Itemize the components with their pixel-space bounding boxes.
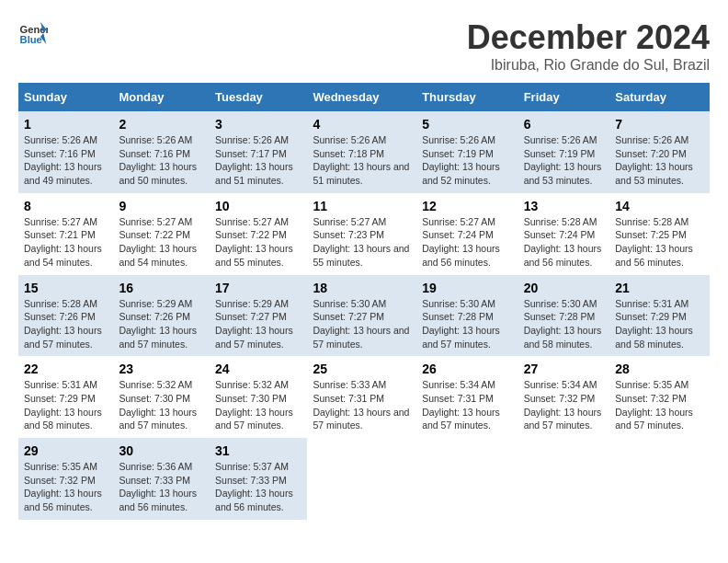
logo-icon: General Blue: [18, 18, 48, 48]
calendar-cell: 2Sunrise: 5:26 AM Sunset: 7:16 PM Daylig…: [113, 111, 210, 193]
day-number: 11: [313, 199, 411, 213]
calendar-cell: [416, 438, 518, 520]
calendar-cell: 31Sunrise: 5:37 AM Sunset: 7:33 PM Dayli…: [210, 438, 307, 520]
calendar-cell: 28Sunrise: 5:35 AM Sunset: 7:32 PM Dayli…: [609, 356, 710, 438]
calendar-cell: 26Sunrise: 5:34 AM Sunset: 7:31 PM Dayli…: [416, 356, 518, 438]
day-number: 20: [524, 281, 605, 295]
day-number: 26: [422, 362, 512, 376]
header-monday: Monday: [113, 83, 210, 111]
day-info: Sunrise: 5:27 AM Sunset: 7:22 PM Dayligh…: [215, 215, 301, 270]
day-info: Sunrise: 5:26 AM Sunset: 7:19 PM Dayligh…: [422, 133, 512, 188]
day-number: 13: [524, 199, 605, 213]
calendar-week-3: 15Sunrise: 5:28 AM Sunset: 7:26 PM Dayli…: [18, 275, 710, 357]
header-tuesday: Tuesday: [210, 83, 307, 111]
day-info: Sunrise: 5:26 AM Sunset: 7:16 PM Dayligh…: [24, 133, 108, 188]
day-info: Sunrise: 5:35 AM Sunset: 7:32 PM Dayligh…: [24, 460, 108, 514]
day-info: Sunrise: 5:37 AM Sunset: 7:33 PM Dayligh…: [215, 460, 301, 514]
calendar-week-5: 29Sunrise: 5:35 AM Sunset: 7:32 PM Dayli…: [18, 438, 710, 520]
calendar-cell: [307, 438, 416, 520]
calendar-cell: 12Sunrise: 5:27 AM Sunset: 7:24 PM Dayli…: [416, 193, 518, 275]
calendar-cell: 1Sunrise: 5:26 AM Sunset: 7:16 PM Daylig…: [18, 111, 113, 193]
day-number: 22: [24, 362, 108, 376]
day-info: Sunrise: 5:27 AM Sunset: 7:24 PM Dayligh…: [422, 215, 512, 270]
day-info: Sunrise: 5:32 AM Sunset: 7:30 PM Dayligh…: [119, 378, 204, 432]
calendar-table: SundayMondayTuesdayWednesdayThursdayFrid…: [18, 83, 710, 520]
day-number: 12: [422, 199, 512, 213]
day-number: 1: [24, 117, 108, 132]
calendar-cell: 21Sunrise: 5:31 AM Sunset: 7:29 PM Dayli…: [609, 275, 710, 357]
calendar-cell: 7Sunrise: 5:26 AM Sunset: 7:20 PM Daylig…: [609, 111, 710, 193]
subtitle: Ibiruba, Rio Grande do Sul, Brazil: [467, 57, 710, 74]
day-info: Sunrise: 5:27 AM Sunset: 7:21 PM Dayligh…: [24, 215, 108, 270]
logo: General Blue: [18, 18, 48, 48]
day-number: 5: [422, 117, 512, 132]
day-number: 3: [215, 117, 301, 132]
calendar-cell: 13Sunrise: 5:28 AM Sunset: 7:24 PM Dayli…: [518, 193, 610, 275]
day-info: Sunrise: 5:30 AM Sunset: 7:27 PM Dayligh…: [313, 297, 411, 351]
day-number: 28: [615, 362, 704, 376]
header-saturday: Saturday: [609, 83, 710, 111]
day-info: Sunrise: 5:28 AM Sunset: 7:25 PM Dayligh…: [615, 215, 704, 270]
calendar-cell: 25Sunrise: 5:33 AM Sunset: 7:31 PM Dayli…: [307, 356, 416, 438]
calendar-cell: 5Sunrise: 5:26 AM Sunset: 7:19 PM Daylig…: [416, 111, 518, 193]
day-number: 19: [422, 281, 512, 295]
header-sunday: Sunday: [18, 83, 113, 111]
day-info: Sunrise: 5:33 AM Sunset: 7:31 PM Dayligh…: [313, 378, 411, 432]
day-number: 4: [313, 117, 411, 132]
calendar-cell: [609, 438, 710, 520]
day-info: Sunrise: 5:30 AM Sunset: 7:28 PM Dayligh…: [524, 297, 605, 351]
main-title: December 2024: [467, 18, 710, 57]
day-info: Sunrise: 5:27 AM Sunset: 7:23 PM Dayligh…: [313, 215, 411, 270]
day-number: 2: [119, 117, 204, 132]
day-info: Sunrise: 5:36 AM Sunset: 7:33 PM Dayligh…: [119, 460, 204, 514]
calendar-cell: 11Sunrise: 5:27 AM Sunset: 7:23 PM Dayli…: [307, 193, 416, 275]
day-number: 9: [119, 199, 204, 213]
calendar-cell: 6Sunrise: 5:26 AM Sunset: 7:19 PM Daylig…: [518, 111, 610, 193]
calendar-cell: 17Sunrise: 5:29 AM Sunset: 7:27 PM Dayli…: [210, 275, 307, 357]
calendar-cell: 9Sunrise: 5:27 AM Sunset: 7:22 PM Daylig…: [113, 193, 210, 275]
day-number: 30: [119, 443, 204, 458]
calendar-cell: 27Sunrise: 5:34 AM Sunset: 7:32 PM Dayli…: [518, 356, 610, 438]
day-number: 8: [24, 199, 108, 213]
day-info: Sunrise: 5:34 AM Sunset: 7:32 PM Dayligh…: [524, 378, 605, 432]
day-number: 17: [215, 281, 301, 295]
day-info: Sunrise: 5:26 AM Sunset: 7:19 PM Dayligh…: [524, 133, 605, 188]
day-number: 29: [24, 443, 108, 458]
calendar-cell: 4Sunrise: 5:26 AM Sunset: 7:18 PM Daylig…: [307, 111, 416, 193]
day-info: Sunrise: 5:27 AM Sunset: 7:22 PM Dayligh…: [119, 215, 204, 270]
day-number: 23: [119, 362, 204, 376]
calendar-cell: 23Sunrise: 5:32 AM Sunset: 7:30 PM Dayli…: [113, 356, 210, 438]
svg-text:Blue: Blue: [20, 34, 42, 45]
calendar-cell: 19Sunrise: 5:30 AM Sunset: 7:28 PM Dayli…: [416, 275, 518, 357]
calendar-cell: 18Sunrise: 5:30 AM Sunset: 7:27 PM Dayli…: [307, 275, 416, 357]
calendar-cell: 8Sunrise: 5:27 AM Sunset: 7:21 PM Daylig…: [18, 193, 113, 275]
day-info: Sunrise: 5:26 AM Sunset: 7:17 PM Dayligh…: [215, 133, 301, 188]
calendar-cell: 3Sunrise: 5:26 AM Sunset: 7:17 PM Daylig…: [210, 111, 307, 193]
header: General Blue December 2024 Ibiruba, Rio …: [18, 18, 710, 74]
day-number: 6: [524, 117, 605, 132]
calendar-week-4: 22Sunrise: 5:31 AM Sunset: 7:29 PM Dayli…: [18, 356, 710, 438]
day-info: Sunrise: 5:35 AM Sunset: 7:32 PM Dayligh…: [615, 378, 704, 432]
day-number: 7: [615, 117, 704, 132]
title-section: December 2024 Ibiruba, Rio Grande do Sul…: [467, 18, 710, 74]
day-number: 15: [24, 281, 108, 295]
day-number: 25: [313, 362, 411, 376]
calendar-cell: 22Sunrise: 5:31 AM Sunset: 7:29 PM Dayli…: [18, 356, 113, 438]
day-info: Sunrise: 5:28 AM Sunset: 7:26 PM Dayligh…: [24, 297, 108, 351]
day-info: Sunrise: 5:31 AM Sunset: 7:29 PM Dayligh…: [24, 378, 108, 432]
day-info: Sunrise: 5:34 AM Sunset: 7:31 PM Dayligh…: [422, 378, 512, 432]
calendar-cell: 29Sunrise: 5:35 AM Sunset: 7:32 PM Dayli…: [18, 438, 113, 520]
day-number: 16: [119, 281, 204, 295]
calendar-cell: 30Sunrise: 5:36 AM Sunset: 7:33 PM Dayli…: [113, 438, 210, 520]
calendar-week-1: 1Sunrise: 5:26 AM Sunset: 7:16 PM Daylig…: [18, 111, 710, 193]
day-info: Sunrise: 5:31 AM Sunset: 7:29 PM Dayligh…: [615, 297, 704, 351]
header-wednesday: Wednesday: [307, 83, 416, 111]
header-friday: Friday: [518, 83, 610, 111]
day-number: 18: [313, 281, 411, 295]
calendar-header-row: SundayMondayTuesdayWednesdayThursdayFrid…: [18, 83, 710, 111]
day-info: Sunrise: 5:32 AM Sunset: 7:30 PM Dayligh…: [215, 378, 301, 432]
header-thursday: Thursday: [416, 83, 518, 111]
day-info: Sunrise: 5:26 AM Sunset: 7:18 PM Dayligh…: [313, 133, 411, 188]
calendar-cell: [518, 438, 610, 520]
day-number: 31: [215, 443, 301, 458]
